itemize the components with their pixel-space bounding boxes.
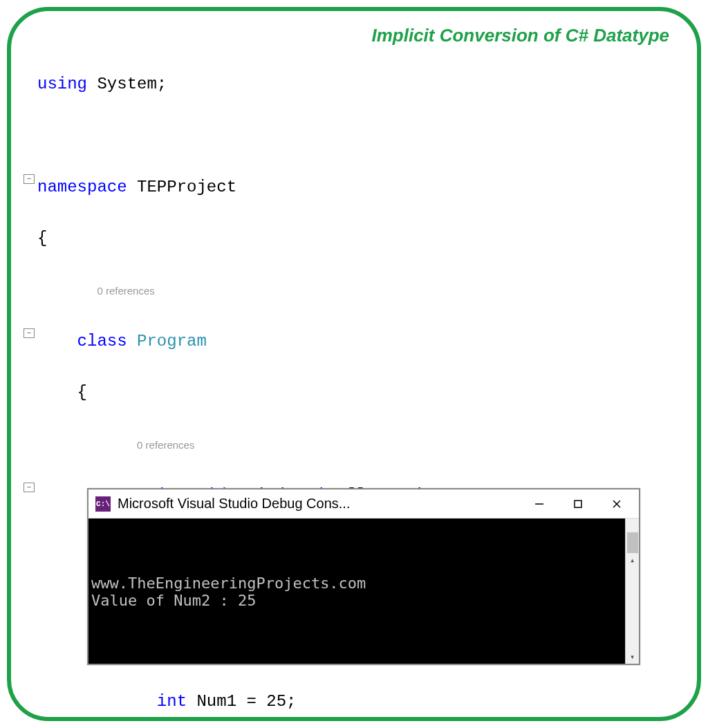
fold-toggle-icon[interactable]: − xyxy=(24,328,35,338)
var-num1: Num1 xyxy=(196,692,236,711)
identifier-system: System xyxy=(97,75,156,93)
scroll-down-icon[interactable]: ▾ xyxy=(626,650,639,664)
codelens-references[interactable]: 0 references xyxy=(137,439,194,451)
maximize-icon xyxy=(573,499,583,509)
svg-rect-1 xyxy=(575,501,581,507)
close-button[interactable] xyxy=(597,489,636,518)
code-screenshot-frame: Implicit Conversion of C# Datatype using… xyxy=(7,7,701,721)
minimize-button[interactable] xyxy=(520,489,559,518)
namespace-name: TEPProject xyxy=(137,178,236,196)
console-window: C:\ Microsoft Visual Studio Debug Cons..… xyxy=(87,488,640,665)
console-line: www.TheEngineeringProjects.com xyxy=(91,575,366,592)
code-line: using System; xyxy=(24,71,684,97)
scroll-up-icon[interactable]: ▴ xyxy=(626,553,639,567)
keyword-namespace: namespace xyxy=(37,178,127,196)
keyword-class: class xyxy=(77,332,127,351)
keyword-using: using xyxy=(37,75,87,93)
minimize-icon xyxy=(534,499,544,509)
console-scrollbar[interactable]: ▴ ▾ xyxy=(625,519,639,664)
fold-toggle-icon[interactable]: − xyxy=(24,174,35,184)
keyword-int: int xyxy=(157,692,187,711)
console-output: www.TheEngineeringProjects.com Value of … xyxy=(88,519,639,664)
codelens-references[interactable]: 0 references xyxy=(97,285,154,297)
console-app-icon: C:\ xyxy=(95,496,111,512)
scroll-thumb[interactable] xyxy=(627,532,638,553)
fold-toggle-icon[interactable]: − xyxy=(24,483,35,492)
banner-title: Implicit Conversion of C# Datatype xyxy=(371,25,669,46)
class-name: Program xyxy=(137,332,207,351)
window-titlebar[interactable]: C:\ Microsoft Visual Studio Debug Cons..… xyxy=(88,489,639,519)
code-line: −namespace TEPProject xyxy=(24,174,684,200)
code-line: − class Program xyxy=(24,328,684,354)
close-icon xyxy=(612,499,622,509)
window-title: Microsoft Visual Studio Debug Cons... xyxy=(118,496,520,512)
console-line: Value of Num2 : 25 xyxy=(91,592,256,609)
maximize-button[interactable] xyxy=(559,489,597,518)
